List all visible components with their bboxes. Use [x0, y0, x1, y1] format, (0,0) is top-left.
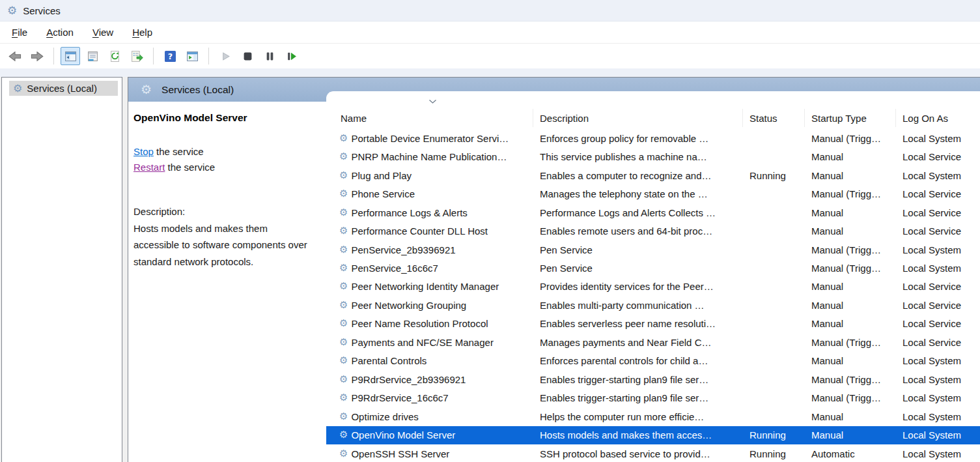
service-name-cell: ⚙P9RdrService_16c6c7	[326, 392, 533, 403]
service-name-cell: ⚙Optimize drives	[326, 411, 533, 422]
forward-arrow-icon	[31, 51, 44, 61]
service-logon-cell: Local Service	[896, 225, 980, 237]
service-logon-cell: Local Service	[896, 318, 980, 329]
menu-help[interactable]: Help	[125, 23, 160, 41]
service-description-cell: Provides identity services for the Peer…	[533, 281, 743, 292]
stop-service-button[interactable]	[238, 47, 257, 65]
service-logon-cell: Local System	[896, 133, 980, 144]
service-gear-icon: ⚙	[339, 412, 348, 422]
service-row[interactable]: ⚙P9RdrService_2b9396921Enables trigger-s…	[326, 370, 980, 388]
service-gear-icon: ⚙	[339, 282, 348, 291]
service-startup-type-cell: Manual	[805, 281, 896, 292]
service-row[interactable]: ⚙Parental ControlsEnforces parental cont…	[326, 352, 980, 370]
service-logon-cell: Local System	[896, 263, 980, 274]
service-gear-icon: ⚙	[339, 356, 348, 366]
panel-header-title: Services (Local)	[161, 84, 234, 96]
service-row[interactable]: ⚙PenService_2b9396921Pen ServiceManual (…	[326, 240, 980, 259]
toolbar-separator	[208, 48, 209, 65]
services-window: ⚙ Services File Action View Help	[0, 0, 980, 462]
service-gear-icon: ⚙	[339, 189, 348, 199]
toolbar-separator	[53, 48, 54, 65]
start-service-button[interactable]	[216, 47, 235, 65]
service-row[interactable]: ⚙Performance Counter DLL HostEnables rem…	[326, 222, 980, 240]
menu-action[interactable]: Action	[39, 23, 81, 41]
stop-icon	[243, 51, 253, 61]
sort-descending-icon	[428, 99, 437, 104]
service-startup-type-cell: Manual	[805, 318, 896, 329]
column-header-startup-type[interactable]: Startup Type	[805, 109, 896, 127]
service-gear-icon: ⚙	[339, 263, 348, 273]
service-description-cell: Enables trigger-starting plan9 file ser…	[533, 392, 743, 403]
service-startup-type-cell: Manual (Trigg…	[805, 244, 896, 255]
service-logon-cell: Local Service	[896, 151, 980, 162]
column-header-name[interactable]: Name	[326, 109, 533, 127]
service-name-cell: ⚙Plug and Play	[326, 170, 533, 181]
svg-text:?: ?	[167, 51, 172, 61]
restart-service-link[interactable]: Restart	[133, 162, 165, 173]
pause-service-button[interactable]	[260, 47, 279, 65]
service-gear-icon: ⚙	[339, 171, 348, 180]
toolbar-separator	[153, 48, 154, 65]
restart-service-line: Restart the service	[133, 160, 320, 175]
service-logon-cell: Local System	[896, 429, 980, 440]
service-gear-icon: ⚙	[339, 393, 348, 403]
service-gear-icon: ⚙	[339, 300, 348, 310]
service-row[interactable]: ⚙Performance Logs & AlertsPerformance Lo…	[326, 203, 980, 222]
service-name-cell: ⚙PNRP Machine Name Publication…	[326, 151, 533, 162]
services-list-pane: Name Description Status Startup Type Log…	[326, 91, 980, 462]
service-description-cell: Manages payments and Near Field C…	[533, 337, 743, 348]
title-bar: ⚙ Services	[0, 0, 980, 22]
service-startup-type-cell: Manual	[805, 151, 896, 162]
service-row[interactable]: ⚙Portable Device Enumerator Servi…Enforc…	[326, 129, 980, 147]
service-row[interactable]: ⚙Peer Networking GroupingEnables multi-p…	[326, 296, 980, 314]
export-list-button[interactable]	[127, 47, 147, 65]
properties-button[interactable]	[83, 47, 102, 65]
menu-file[interactable]: File	[5, 23, 35, 41]
service-row[interactable]: ⚙OpenSSH SSH ServerSSH protocol based se…	[326, 444, 980, 462]
service-row[interactable]: ⚙Optimize drivesHelps the computer run m…	[326, 407, 980, 426]
description-text: Hosts models and makes them accessible t…	[133, 220, 308, 270]
service-gear-icon: ⚙	[339, 134, 348, 143]
service-name-cell: ⚙Performance Counter DLL Host	[326, 225, 533, 237]
service-gear-icon: ⚙	[339, 152, 348, 162]
column-header-description[interactable]: Description	[533, 109, 743, 127]
service-name-cell: ⚙Parental Controls	[326, 355, 533, 366]
console-tree-panel: ⚙ Services (Local)	[1, 77, 122, 462]
service-description-cell: Enables serverless peer name resoluti…	[533, 318, 743, 329]
service-logon-cell: Local Service	[896, 207, 980, 218]
menu-view[interactable]: View	[85, 23, 120, 41]
service-row[interactable]: ⚙Peer Networking Identity ManagerProvide…	[326, 278, 980, 296]
service-row[interactable]: ⚙Phone ServiceManages the telephony stat…	[326, 184, 980, 203]
service-gear-icon: ⚙	[339, 319, 348, 328]
service-row[interactable]: ⚙PenService_16c6c7Pen ServiceManual (Tri…	[326, 259, 980, 277]
service-row[interactable]: ⚙Plug and PlayEnables a computer to reco…	[326, 166, 980, 184]
column-headers: Name Description Status Startup Type Log…	[326, 107, 980, 129]
back-button[interactable]	[5, 47, 25, 65]
service-details-pane: OpenVino Model Server Stop the service R…	[128, 102, 326, 462]
show-console-tree-button[interactable]	[61, 47, 80, 65]
service-logon-cell: Local System	[896, 244, 980, 255]
service-row[interactable]: ⚙Payments and NFC/SE ManagerManages paym…	[326, 333, 980, 351]
service-description-cell: Hosts models and makes them acces…	[533, 429, 743, 440]
column-header-log-on-as[interactable]: Log On As	[896, 109, 980, 127]
service-row[interactable]: ⚙OpenVino Model ServerHosts models and m…	[326, 426, 980, 444]
help-button[interactable]: ?	[160, 47, 180, 65]
service-startup-type-cell: Manual	[805, 429, 896, 440]
service-name-cell: ⚙P9RdrService_2b9396921	[326, 374, 533, 385]
service-row[interactable]: ⚙PNRP Machine Name Publication…This serv…	[326, 147, 980, 166]
service-startup-type-cell: Manual	[805, 225, 896, 237]
service-row[interactable]: ⚙Peer Name Resolution ProtocolEnables se…	[326, 315, 980, 333]
service-rows: ⚙Portable Device Enumerator Servi…Enforc…	[326, 129, 980, 462]
tree-item-services-local[interactable]: ⚙ Services (Local)	[9, 81, 118, 96]
refresh-button[interactable]	[105, 47, 124, 65]
forward-button[interactable]	[27, 47, 47, 65]
service-status-cell: Running	[743, 448, 805, 459]
list-header: Name Description Status Startup Type Log…	[326, 91, 980, 129]
stop-service-link[interactable]: Stop	[133, 146, 154, 157]
show-action-pane-button[interactable]	[182, 47, 202, 65]
service-row[interactable]: ⚙P9RdrService_16c6c7Enables trigger-star…	[326, 389, 980, 407]
restart-service-button[interactable]	[282, 47, 301, 65]
service-description-cell: Enables remote users and 64-bit proc…	[533, 225, 743, 237]
column-header-status[interactable]: Status	[743, 109, 805, 127]
service-startup-type-cell: Manual (Trigg…	[805, 263, 896, 274]
